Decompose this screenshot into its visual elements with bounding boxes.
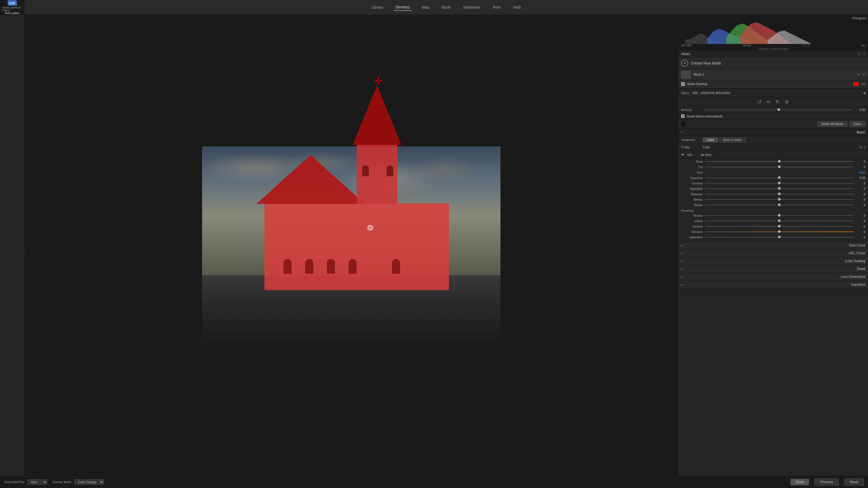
basic-panel-header[interactable]: ▾ Basic <box>678 129 868 136</box>
shadows-slider[interactable] <box>705 194 854 194</box>
overlay-color-swatch[interactable] <box>853 82 859 86</box>
nav-map[interactable]: Map <box>420 4 432 10</box>
close-masks-button[interactable]: Close <box>849 121 865 127</box>
done-button[interactable]: Done <box>790 479 809 485</box>
contrast-slider[interactable] <box>705 183 854 184</box>
create-new-mask-button[interactable]: + Create New Mask <box>678 58 868 69</box>
mask-pin[interactable] <box>368 225 373 230</box>
tint-label: Tint <box>681 165 703 169</box>
histogram-area: Histogram ISO 200 28 mm f / 7.1 sec Orig… <box>678 15 868 50</box>
shadows-value: 0 <box>856 193 865 196</box>
presence-section-label: Presence <box>678 208 868 213</box>
amount-slider[interactable] <box>705 109 852 110</box>
effect-collapse-arrow[interactable]: ◀ <box>863 91 865 95</box>
vibrance-slider[interactable] <box>705 231 854 232</box>
exposure-slider[interactable] <box>705 177 854 178</box>
highlights-slider[interactable] <box>705 188 854 189</box>
amount-row: Amount 0.00 <box>678 107 868 113</box>
transform-section[interactable]: ▸ Transform <box>678 281 868 289</box>
show-edit-pins-select[interactable]: Auto Always Never <box>27 479 47 485</box>
church-cross: ✛ <box>374 75 382 87</box>
show-overlay-label[interactable]: Show Overlay <box>687 82 853 86</box>
nav-library[interactable]: Library <box>369 4 385 10</box>
delete-all-masks-button[interactable]: Delete All Masks <box>817 121 847 127</box>
nav-develop[interactable]: Develop <box>394 4 412 11</box>
nav-book[interactable]: Book <box>440 4 453 10</box>
tone-curve-section[interactable]: ▸ Tone Curve <box>678 241 868 250</box>
color-treatment-btn[interactable]: Color <box>703 137 718 142</box>
mask1-name: Mask 1 <box>693 73 857 76</box>
clarity-slider[interactable] <box>705 221 854 221</box>
lens-corrections-title: Lens Corrections <box>685 275 865 279</box>
dehaze-slider[interactable] <box>705 226 854 227</box>
whites-slider[interactable] <box>705 199 854 200</box>
nav-slideshow[interactable]: Slideshow <box>461 4 483 10</box>
tint-slider[interactable] <box>705 167 854 167</box>
highlights-slider-row: Highlights 0 <box>678 186 868 191</box>
effect-label: Effect : <box>681 91 690 95</box>
tone-row: Tone Auto <box>678 170 868 175</box>
texture-slider[interactable] <box>705 215 854 216</box>
temp-value: 0 <box>856 160 865 163</box>
auto-tone-button[interactable]: Auto <box>859 171 865 174</box>
bw-treatment-btn[interactable]: Black & White <box>719 137 746 142</box>
saturation-slider[interactable] <box>705 237 854 237</box>
blacks-slider[interactable] <box>705 205 854 205</box>
detail-title: Detail <box>685 267 865 271</box>
blacks-label: Blacks <box>681 203 703 206</box>
color-grading-section[interactable]: ▸ Color Grading <box>678 257 868 265</box>
temp-slider-thumb <box>778 160 781 163</box>
nav-menu: Library Develop Map Book Slideshow Print… <box>24 4 868 11</box>
highlights-slider-thumb <box>778 187 781 190</box>
top-bar: Lrc Adobe Lightroom Classic Rod Lawton L… <box>0 0 868 15</box>
tint-slider-row: Tint 0 <box>678 164 868 170</box>
reset-button[interactable]: Reset <box>844 479 864 486</box>
tool-icons-row: ↺ ✏ ↻ ⚙ <box>678 97 868 107</box>
nav-web[interactable]: Web <box>511 4 523 10</box>
hsl-color-section[interactable]: ▸ HSL / Color <box>678 250 868 257</box>
lens-corrections-section[interactable]: ▸ Lens Corrections <box>678 273 868 281</box>
temp-slider[interactable] <box>705 161 854 162</box>
show-edit-pins-label: Show Edit Pins : <box>4 480 26 484</box>
profile-value: Color <box>703 145 859 149</box>
wb-row: ✒ WB As Shot <box>678 151 868 159</box>
whites-slider-row: Whites 0 <box>678 197 868 202</box>
aperture-value: f / 7.1 <box>803 44 809 47</box>
settings-tool-icon[interactable]: ⚙ <box>784 99 789 105</box>
overlay-more-icon[interactable]: ••• <box>861 82 865 86</box>
temp-label: Temp <box>681 160 703 163</box>
effect-value[interactable]: 000 - CREATIVE BRUSHES : <box>692 91 863 95</box>
mask1-more-icon[interactable]: ••• <box>857 73 860 76</box>
mask1-row[interactable]: Mask 1 ••• 👁 <box>678 69 868 80</box>
dehaze-label: Dehaze <box>681 225 703 228</box>
dehaze-value: 0 <box>856 225 865 228</box>
wb-eyedropper-icon[interactable]: ✒ <box>681 152 685 157</box>
nav-print[interactable]: Print <box>491 4 503 10</box>
overlay-mode-select[interactable]: Color Overlay White Overlay Black Overla… <box>74 479 104 485</box>
reset-sliders-checkbox[interactable] <box>681 115 685 118</box>
profile-list-icon[interactable]: ≡ <box>863 145 865 149</box>
masks-info-icon[interactable]: ⓘ <box>858 52 861 56</box>
shadows-slider-row: Shadows 0 <box>678 191 868 197</box>
exposure-label: Exposure <box>681 176 703 180</box>
tower-window <box>386 165 393 176</box>
brush-tool-icon[interactable]: ✏ <box>767 99 771 105</box>
redo-tool-icon[interactable]: ↻ <box>775 99 780 105</box>
bottom-bar: Show Edit Pins : Auto Always Never Overl… <box>0 476 868 488</box>
mask1-visibility-icon[interactable]: 👁 <box>862 73 865 76</box>
whites-label: Whites <box>681 198 703 201</box>
lens-corrections-toggle-icon: ▸ <box>681 275 683 279</box>
church-roof <box>256 155 365 204</box>
tone-curve-toggle-icon: ▸ <box>681 244 683 247</box>
undo-tool-icon[interactable]: ↺ <box>757 99 762 105</box>
reset-sliders-label[interactable]: Reset Sliders Automatically <box>687 115 723 118</box>
amount-value: 0.00 <box>855 108 865 111</box>
masks-close-icon[interactable]: ✕ <box>863 52 865 56</box>
previous-button[interactable]: Previous <box>814 479 839 486</box>
profile-grid-icon[interactable]: ⊞ <box>859 145 862 149</box>
detail-section[interactable]: ▸ Detail <box>678 265 868 273</box>
tint-value: 0 <box>856 165 865 169</box>
contrast-slider-row: Contrast 0 <box>678 181 868 186</box>
shutter-value: sec <box>861 44 865 47</box>
show-overlay-checkbox[interactable] <box>681 82 685 86</box>
